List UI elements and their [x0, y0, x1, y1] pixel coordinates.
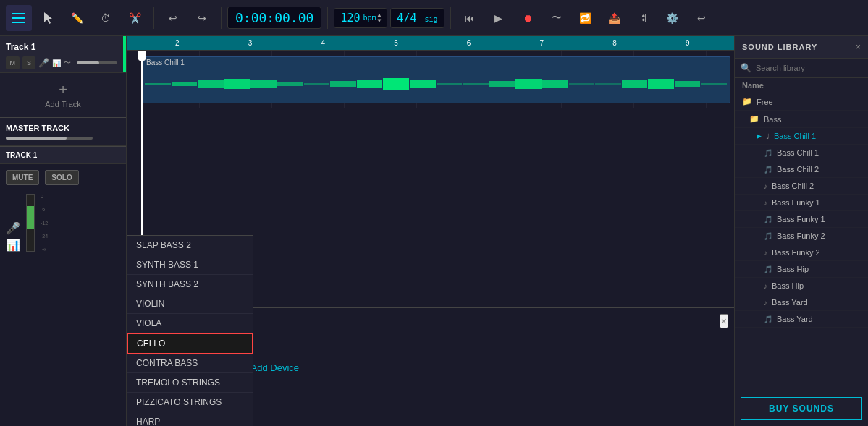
bpm-arrows[interactable]: ▲ ▼ — [378, 12, 382, 24]
library-search-input[interactable] — [756, 64, 862, 72]
wave-seg — [410, 80, 436, 88]
lib-item-label: Free — [757, 98, 773, 106]
volume-slider-vertical[interactable] — [26, 194, 35, 252]
clip-waveform — [145, 71, 727, 96]
timeline-ruler[interactable]: 2 3 4 5 6 7 8 9 — [127, 36, 734, 51]
dropdown-item-viola[interactable]: VIOLA — [127, 314, 253, 333]
solo-button[interactable]: SOLO — [45, 170, 78, 185]
ruler-mark-5: 5 — [394, 39, 398, 47]
mic-icon-bottom[interactable]: 🎤 — [6, 221, 20, 235]
clock-tool-button[interactable]: ⏱ — [93, 5, 119, 31]
dropdown-item-synth-bass-2[interactable]: SYNTH BASS 2 — [127, 275, 253, 294]
library-close-button[interactable]: × — [856, 42, 861, 52]
dropdown-item-harp[interactable]: HARP — [127, 412, 253, 426]
wave-seg — [304, 83, 330, 85]
wave-seg — [145, 83, 171, 85]
pencil-tool-button[interactable]: ✏️ — [64, 5, 90, 31]
library-col-header: Name — [735, 78, 868, 93]
lib-item-label: Bass Chill 2 — [777, 165, 819, 174]
lib-item-free[interactable]: 📁 Free — [735, 93, 868, 111]
library-list: 📁 Free 📁 Bass ▶ ♩ Bass Chill 1 🎵 Bass Ch… — [735, 93, 868, 391]
lib-item-bass-chill-1-expand[interactable]: ▶ ♩ Bass Chill 1 — [735, 128, 868, 145]
eq-icon-bottom[interactable]: 📊 — [6, 238, 20, 252]
wave-seg — [330, 81, 356, 87]
empty-track-area[interactable] — [127, 108, 734, 239]
bpm-display[interactable]: 120 bpm ▲ ▼ — [334, 8, 387, 28]
master-volume[interactable] — [6, 137, 93, 140]
select-tool-button[interactable] — [35, 5, 61, 31]
sound-icon: 🎵 — [764, 166, 772, 174]
divider-3 — [327, 7, 328, 29]
lib-item-bass-funky-2-b[interactable]: ♪ Bass Funky 2 — [735, 244, 868, 261]
sound-icon-2: ♪ — [764, 249, 767, 257]
dropdown-item-violin[interactable]: VIOLIN — [127, 294, 253, 314]
track1-clip[interactable]: Bass Chill 1 — [141, 56, 730, 103]
library-title: SOUND LIBRARY — [742, 43, 817, 51]
lib-item-label: Bass — [764, 115, 781, 124]
automation-button[interactable]: 〜 — [544, 5, 570, 31]
track1-volume[interactable] — [77, 61, 117, 64]
lib-item-bass-yard-b[interactable]: 🎵 Bass Yard — [735, 311, 868, 328]
sound-icon: 🎵 — [764, 265, 772, 273]
track1-s-button[interactable]: S — [22, 56, 36, 69]
track-area[interactable]: Bass Chill 1 — [127, 51, 734, 239]
lib-item-bass-chill-2-a[interactable]: 🎵 Bass Chill 2 — [735, 161, 868, 178]
folder-icon: 📁 — [742, 97, 752, 106]
export-button[interactable]: 📤 — [602, 5, 628, 31]
menu-button[interactable] — [6, 5, 32, 31]
dropdown-item-synth-bass-1[interactable]: SYNTH BASS 1 — [127, 255, 253, 275]
lib-item-bass-hip-a[interactable]: 🎵 Bass Hip — [735, 261, 868, 278]
main-area: Track 1 M S 🎤 📊 〜 + Add Track Master Tra… — [0, 36, 868, 426]
track1-bottom-header: TRACK 1 — [0, 147, 126, 164]
wave-seg — [622, 80, 648, 88]
skip-back-button[interactable]: ⏮ — [457, 5, 483, 31]
bpm-down-arrow[interactable]: ▼ — [378, 18, 382, 24]
lib-item-label: Bass Hip — [772, 281, 804, 290]
ruler-mark-6: 6 — [467, 39, 471, 47]
lib-item-bass-chill-2-b[interactable]: ♪ Bass Chill 2 — [735, 178, 868, 195]
settings-button[interactable]: ⚙️ — [660, 5, 686, 31]
lib-item-bass-funky-1-a[interactable]: ♪ Bass Funky 1 — [735, 195, 868, 211]
left-panel: Track 1 M S 🎤 📊 〜 + Add Track Master Tra… — [0, 36, 127, 426]
dropdown-item-tremolo-strings[interactable]: TREMOLO STRINGS — [127, 373, 253, 393]
device-area-close-button[interactable]: × — [720, 314, 728, 328]
lib-item-bass[interactable]: 📁 Bass — [735, 111, 868, 128]
wave-seg — [437, 83, 463, 85]
lib-item-label: Bass Yard — [777, 315, 813, 323]
track1-eq-icon: 📊 — [52, 59, 61, 67]
wave-seg — [277, 82, 303, 86]
svg-rect-0 — [12, 13, 25, 14]
track1-m-button[interactable]: M — [6, 56, 20, 69]
playhead-top — [138, 51, 146, 61]
loop-button[interactable]: 🔁 — [573, 5, 599, 31]
time-display: 0:00:00.00 — [227, 7, 321, 29]
lib-item-bass-funky-2-a[interactable]: 🎵 Bass Funky 2 — [735, 228, 868, 244]
dropdown-item-cello[interactable]: CELLO — [127, 333, 253, 354]
lib-item-bass-funky-1-b[interactable]: 🎵 Bass Funky 1 — [735, 211, 868, 228]
dropdown-item-pizzicato-strings[interactable]: PIZZICATO STRINGS — [127, 393, 253, 412]
wave-seg — [648, 79, 674, 89]
svg-rect-2 — [12, 22, 25, 23]
mute-button[interactable]: MUTE — [6, 170, 39, 185]
bpm-value: 120 — [340, 12, 360, 25]
lib-item-bass-chill-1-a[interactable]: 🎵 Bass Chill 1 — [735, 145, 868, 161]
play-button[interactable]: ▶ — [486, 5, 512, 31]
dropdown-item-contra-bass[interactable]: CONTRA BASS — [127, 354, 253, 373]
ruler-mark-3: 3 — [248, 39, 253, 47]
record-button[interactable]: ⏺ — [515, 5, 541, 31]
dropdown-item-slap-bass-2[interactable]: SLAP BASS 2 — [127, 236, 253, 255]
scissors-tool-button[interactable]: ✂️ — [122, 5, 148, 31]
buy-sounds-button[interactable]: BUY SOUNDS — [741, 397, 862, 420]
lib-item-bass-hip-b[interactable]: ♪ Bass Hip — [735, 278, 868, 294]
plugin-button[interactable]: 🎛 — [631, 5, 657, 31]
lib-item-bass-yard-a[interactable]: ♪ Bass Yard — [735, 294, 868, 311]
add-track[interactable]: + Add Track — [0, 73, 126, 117]
undo-button[interactable]: ↩ — [160, 5, 186, 31]
undo2-button[interactable]: ↩ — [688, 5, 715, 31]
wave-seg — [463, 83, 489, 85]
wave-seg — [595, 83, 621, 85]
library-search-bar: 🔍 — [735, 59, 868, 78]
redo-button[interactable]: ↪ — [189, 5, 215, 31]
lib-item-label: Bass Funky 1 — [772, 198, 820, 207]
divider-2 — [221, 7, 222, 29]
